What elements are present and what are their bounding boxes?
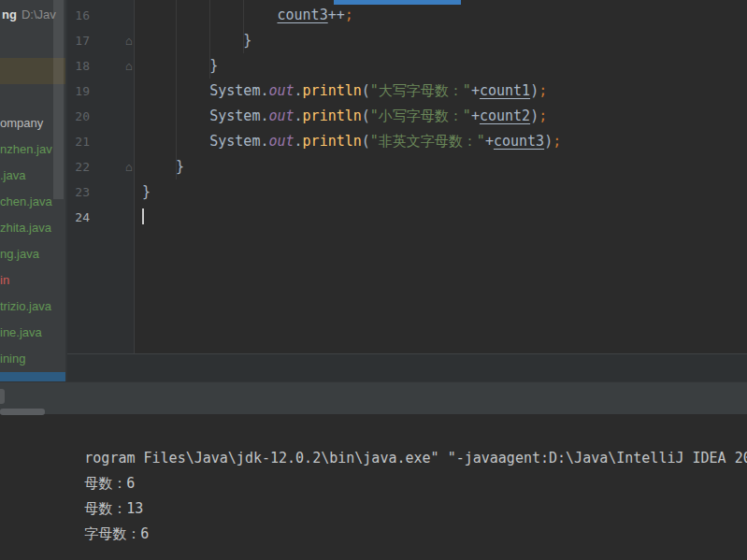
code-line[interactable]: 22 ⌂ } (65, 154, 747, 179)
code-lines: 16 ⌂ count3++; 17 ⌂ } 18 ⌂ } 19 ⌂ (65, 3, 747, 230)
line-number[interactable]: 20 (65, 104, 90, 129)
code-token-plain: System. (142, 82, 268, 99)
run-toolwindow-header (0, 381, 747, 414)
console-line-text: rogram Files\Java\jdk-12.0.2\bin\java.ex… (84, 450, 747, 467)
console-line-text: 母数：6 (84, 475, 135, 492)
project-header: ngD:\Jav (2, 7, 56, 22)
code-line[interactable]: 16 ⌂ count3++; (65, 3, 747, 28)
tree-item-label: trizio.java (0, 299, 51, 313)
active-tab-indicator (334, 0, 461, 5)
project-name-fragment: ng (2, 7, 17, 22)
code-token-method: println (303, 108, 362, 124)
line-number[interactable]: 21 (65, 129, 90, 154)
line-number[interactable]: 17 (65, 28, 90, 53)
code-token-plain: ++ (328, 7, 345, 23)
code-token-semi: ; (539, 82, 547, 99)
tree-item-label: nzhen.jav (0, 142, 52, 156)
fold-column: ⌂ (90, 104, 134, 129)
fold-column: ⌂ (90, 154, 134, 179)
tree-item-label: ine.java (0, 325, 42, 339)
code-token-plain: System. (142, 133, 268, 150)
code-token-semi: ; (553, 133, 561, 150)
text-caret (142, 208, 144, 224)
code-text: } (134, 179, 151, 205)
line-number[interactable]: 22 (65, 154, 90, 179)
code-line[interactable]: 24 ⌂ (65, 205, 747, 230)
console-line: rogram Files\Java\jdk-12.0.2\bin\java.ex… (0, 421, 747, 446)
project-scrollbar-thumb[interactable] (53, 0, 64, 199)
code-token-var: count3 (278, 7, 328, 23)
code-line[interactable]: 19 ⌂ System.out.println("大写字母数："+count1)… (65, 79, 747, 104)
code-token-field: out (268, 108, 294, 124)
tree-item-label: ng.java (0, 247, 39, 261)
code-text: System.out.println("小写字母数："+count2); (134, 104, 547, 129)
code-token-plain: ( (362, 108, 370, 124)
code-token-field: out (268, 133, 294, 150)
console-line-text: 字母数：6 (84, 525, 149, 542)
fold-marker-icon[interactable]: ⌂ (125, 28, 133, 53)
code-token-plain: } (142, 32, 251, 49)
tree-item-label: zhita.java (0, 221, 51, 235)
code-text: } (134, 28, 251, 53)
code-token-plain: } (142, 158, 184, 175)
fold-column: ⌂ (90, 53, 134, 79)
scrollbar-thumb-horizontal[interactable] (0, 409, 45, 415)
code-editor[interactable]: 16 ⌂ count3++; 17 ⌂ } 18 ⌂ } 19 ⌂ (65, 0, 747, 353)
tree-item-label: ompany (0, 116, 43, 130)
code-text: count3++; (134, 3, 353, 28)
tree-item[interactable]: in (0, 267, 65, 294)
console-output: rogram Files\Java\jdk-12.0.2\bin\java.ex… (0, 421, 747, 560)
code-line[interactable]: 17 ⌂ } (65, 28, 747, 53)
fold-column: ⌂ (90, 205, 134, 230)
tree-item-label: .java (0, 168, 25, 182)
code-token-plain: } (142, 183, 151, 200)
code-line[interactable]: 20 ⌂ System.out.println("小写字母数："+count2)… (65, 104, 747, 129)
editor-console-divider (0, 353, 747, 381)
tree-item[interactable]: zhita.java (0, 215, 65, 241)
line-number[interactable]: 16 (65, 3, 90, 28)
line-number[interactable]: 23 (65, 179, 90, 205)
code-token-semi: ; (345, 7, 353, 23)
code-token-plain: ) (530, 108, 539, 124)
tree-item[interactable]: ine.java (0, 320, 65, 346)
code-token-plain: ( (362, 133, 370, 150)
code-token-plain: ( (362, 82, 370, 99)
project-tool-window: ngD:\Jav ompany nzhen.jav .java chen.jav… (0, 0, 67, 381)
code-line[interactable]: 23 ⌂ } (65, 179, 747, 205)
code-text: System.out.println("非英文字母数："+count3); (134, 129, 561, 154)
tree-item-label: in (0, 273, 9, 287)
code-line[interactable]: 18 ⌂ } (65, 53, 747, 79)
code-token-string: "小写字母数：" (370, 108, 471, 124)
code-token-plain: . (294, 82, 303, 99)
code-token-plain: System. (142, 108, 268, 124)
line-number[interactable]: 18 (65, 53, 90, 79)
code-text: } (134, 53, 218, 79)
code-token-method: println (303, 82, 362, 99)
console-line: 结束，退出代码 0 (0, 547, 747, 560)
toolbar-icon-fragment (0, 389, 5, 404)
tree-item[interactable]: trizio.java (0, 294, 65, 320)
ide-window: 16 ⌂ count3++; 17 ⌂ } 18 ⌂ } 19 ⌂ (0, 0, 747, 560)
line-number[interactable]: 24 (65, 205, 90, 230)
code-token-field: out (268, 82, 294, 99)
code-token-plain: ) (544, 133, 553, 150)
fold-column: ⌂ (90, 79, 134, 104)
code-token-string: "非英文字母数：" (370, 133, 485, 150)
code-token-var: count1 (480, 82, 530, 99)
code-token-plain: . (294, 133, 303, 150)
code-text: System.out.println("大写字母数："+count1); (134, 79, 547, 104)
code-token-plain: } (142, 57, 218, 74)
fold-marker-icon[interactable]: ⌂ (125, 154, 133, 179)
code-token-plain (142, 7, 278, 23)
line-number[interactable]: 19 (65, 79, 90, 104)
code-token-plain: + (471, 82, 480, 99)
fold-column: ⌂ (90, 179, 134, 205)
tree-item[interactable]: ining (0, 346, 65, 372)
code-line[interactable]: 21 ⌂ System.out.println("非英文字母数："+count3… (65, 129, 747, 154)
fold-marker-icon[interactable]: ⌂ (125, 53, 133, 79)
tree-item[interactable] (0, 372, 65, 381)
code-token-method: println (303, 133, 362, 150)
tree-item[interactable]: ng.java (0, 241, 65, 267)
code-text: } (134, 154, 184, 179)
run-console[interactable]: rogram Files\Java\jdk-12.0.2\bin\java.ex… (0, 414, 747, 560)
